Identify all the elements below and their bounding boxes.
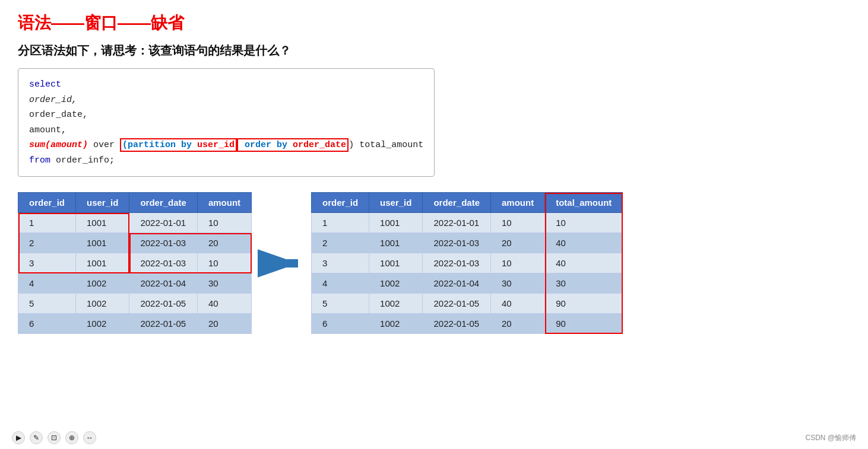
code-orderid: order_id, (29, 95, 77, 105)
right-cell-r1c2: 2022-01-03 (423, 233, 491, 253)
right-table-row: 310012022-01-031040 (312, 253, 623, 273)
left-cell-r5c2: 2022-01-05 (129, 314, 198, 334)
right-col-user_id: user_id (369, 193, 423, 213)
left-col-order_id: order_id (18, 193, 76, 213)
right-cell-r2c4: 40 (545, 253, 623, 273)
right-cell-r1c0: 2 (312, 233, 369, 253)
right-table-row: 210012022-01-032040 (312, 233, 623, 253)
right-cell-r5c1: 1002 (369, 314, 423, 334)
right-cell-r5c3: 20 (490, 314, 544, 334)
right-col-order_id: order_id (312, 193, 369, 213)
right-cell-r5c0: 6 (312, 314, 369, 334)
left-table-row: 610022022-01-0520 (18, 314, 252, 334)
left-col-order_date: order_date (129, 193, 198, 213)
arrow-icon (258, 249, 305, 278)
left-cell-r1c2: 2022-01-03 (129, 233, 198, 253)
code-close: ) total_amount (349, 140, 423, 150)
bottom-toolbar: ▶ ✎ ⊡ ⊕ ↔ (12, 431, 96, 444)
right-table: order_iduser_idorder_dateamounttotal_amo… (311, 192, 623, 334)
right-cell-r4c2: 2022-01-05 (423, 294, 491, 314)
right-table-row: 610022022-01-052090 (312, 314, 623, 334)
left-cell-r5c1: 1002 (76, 314, 129, 334)
right-cell-r4c3: 40 (490, 294, 544, 314)
left-cell-r3c2: 2022-01-04 (129, 273, 198, 294)
right-cell-r2c3: 10 (490, 253, 544, 273)
code-sum-amount: sum(amount) (29, 140, 88, 150)
right-cell-r0c4: 10 (545, 213, 623, 233)
left-table-row: 110012022-01-0110 (18, 213, 252, 233)
code-over: over (88, 140, 120, 150)
left-col-user_id: user_id (76, 193, 129, 213)
toolbar-expand[interactable]: ↔ (83, 431, 96, 444)
code-partition-box: (partition by user_id (120, 138, 237, 152)
right-cell-r0c0: 1 (312, 213, 369, 233)
right-cell-r1c1: 1001 (369, 233, 423, 253)
code-from-rest: order_info; (50, 155, 115, 165)
code-orderdate: order_date, (29, 110, 88, 120)
code-amount: amount, (29, 125, 66, 135)
left-table-row: 210012022-01-0320 (18, 233, 252, 253)
right-cell-r4c1: 1002 (369, 294, 423, 314)
code-order-keyword: order by (239, 140, 293, 150)
right-cell-r4c0: 5 (312, 294, 369, 314)
code-block: select order_id, order_date, amount, sum… (18, 68, 435, 177)
right-cell-r3c3: 30 (490, 273, 544, 294)
toolbar-save[interactable]: ⊡ (47, 431, 61, 444)
left-cell-r4c3: 40 (197, 294, 251, 314)
right-table-row: 410022022-01-043030 (312, 273, 623, 294)
right-col-order_date: order_date (423, 193, 491, 213)
right-cell-r3c0: 4 (312, 273, 369, 294)
right-col-total_amount: total_amount (545, 193, 623, 213)
left-cell-r2c3: 10 (197, 253, 251, 273)
right-cell-r0c3: 10 (490, 213, 544, 233)
left-table-row: 410022022-01-0430 (18, 273, 252, 294)
left-cell-r5c3: 20 (197, 314, 251, 334)
left-cell-r2c1: 1001 (76, 253, 129, 273)
right-cell-r3c2: 2022-01-04 (423, 273, 491, 294)
left-cell-r0c0: 1 (18, 213, 76, 233)
right-cell-r1c3: 20 (490, 233, 544, 253)
right-table-row: 110012022-01-011010 (312, 213, 623, 233)
right-cell-r3c4: 30 (545, 273, 623, 294)
toolbar-play[interactable]: ▶ (12, 431, 25, 444)
left-col-amount: amount (197, 193, 251, 213)
left-table: order_iduser_idorder_dateamount 11001202… (18, 192, 252, 334)
right-cell-r5c4: 90 (545, 314, 623, 334)
right-cell-r0c1: 1001 (369, 213, 423, 233)
right-col-amount: amount (490, 193, 544, 213)
left-cell-r5c0: 6 (18, 314, 76, 334)
left-cell-r0c1: 1001 (76, 213, 129, 233)
left-cell-r3c1: 1002 (76, 273, 129, 294)
arrow-container (252, 249, 311, 278)
subtitle: 分区语法如下，请思考：该查询语句的结果是什么？ (18, 43, 850, 59)
left-table-row: 510022022-01-0540 (18, 294, 252, 314)
right-cell-r5c2: 2022-01-05 (423, 314, 491, 334)
code-userid-highlight: user_id (197, 140, 235, 150)
left-cell-r1c0: 2 (18, 233, 76, 253)
page-title: 语法——窗口——缺省 (18, 12, 850, 34)
toolbar-edit[interactable]: ✎ (30, 431, 43, 444)
right-cell-r1c4: 40 (545, 233, 623, 253)
code-from: from (29, 155, 50, 165)
code-select: select (29, 79, 61, 90)
left-cell-r3c3: 30 (197, 273, 251, 294)
left-cell-r0c3: 10 (197, 213, 251, 233)
code-partition-keyword: (partition by (122, 140, 197, 150)
right-cell-r2c1: 1001 (369, 253, 423, 273)
right-table-row: 510022022-01-054090 (312, 294, 623, 314)
left-cell-r3c0: 4 (18, 273, 76, 294)
right-table-wrapper: order_iduser_idorder_dateamounttotal_amo… (311, 192, 623, 334)
tables-area: order_iduser_idorder_dateamount 11001202… (18, 192, 850, 334)
left-table-wrapper: order_iduser_idorder_dateamount 11001202… (18, 192, 252, 334)
toolbar-zoom[interactable]: ⊕ (65, 431, 78, 444)
left-cell-r1c3: 20 (197, 233, 251, 253)
right-cell-r0c2: 2022-01-01 (423, 213, 491, 233)
right-cell-r4c4: 90 (545, 294, 623, 314)
left-cell-r2c2: 2022-01-03 (129, 253, 198, 273)
code-orderdate-box: order by order_date (237, 138, 349, 152)
right-cell-r3c1: 1002 (369, 273, 423, 294)
left-table-row: 310012022-01-0310 (18, 253, 252, 273)
left-cell-r4c1: 1002 (76, 294, 129, 314)
right-cell-r2c0: 3 (312, 253, 369, 273)
code-orderdate-highlight: order_date (293, 140, 346, 150)
